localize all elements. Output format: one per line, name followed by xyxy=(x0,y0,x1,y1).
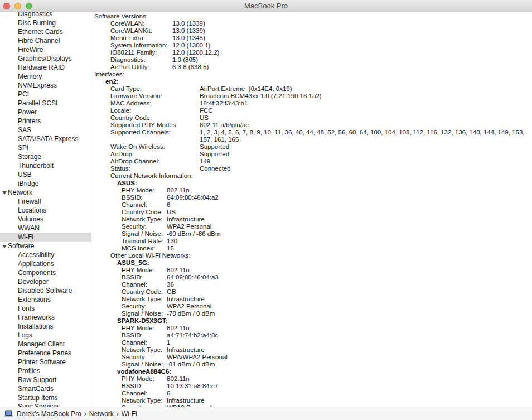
report-line: AirDrop Channel:149 xyxy=(92,158,532,165)
report-key: Security: xyxy=(122,223,147,230)
sidebar-item-label: Fibre Channel xyxy=(18,37,60,45)
sidebar-item-storage[interactable]: Storage xyxy=(0,152,91,161)
sidebar-item-spi[interactable]: SPI xyxy=(0,143,91,152)
report-line: BSSID:64:09:80:46:04:a2 xyxy=(92,194,532,201)
zoom-button[interactable] xyxy=(26,3,32,9)
sidebar-item-extensions[interactable]: Extensions xyxy=(0,295,91,304)
sidebar-item-fibre-channel[interactable]: Fibre Channel xyxy=(0,36,91,45)
sidebar-item-preference-panes[interactable]: Preference Panes xyxy=(0,349,91,358)
sidebar-item-usb[interactable]: USB xyxy=(0,170,91,179)
sidebar-item-ethernet-cards[interactable]: Ethernet Cards xyxy=(0,27,91,36)
report-key: Country Code: xyxy=(122,209,163,215)
sidebar-item-profiles[interactable]: Profiles xyxy=(0,366,91,375)
sidebar-item-firewall[interactable]: Firewall xyxy=(0,197,91,206)
disclosure-triangle-icon[interactable] xyxy=(2,245,7,248)
report-value: 64:09:80:46:04:a3 xyxy=(167,274,219,281)
disclosure-triangle-icon[interactable] xyxy=(2,191,7,195)
report-line: BSSID:10:13:31:a8:84:c7 xyxy=(92,383,532,390)
sidebar-item-frameworks[interactable]: Frameworks xyxy=(0,313,91,322)
sidebar-item-disc-burning[interactable]: Disc Burning xyxy=(0,18,91,27)
title-bar[interactable]: MacBook Pro xyxy=(0,0,532,12)
report-line: Supported Channels:1, 2, 3, 4, 5, 6, 7, … xyxy=(92,129,532,136)
report-value: Supported xyxy=(200,151,229,158)
sidebar-item-sync-services[interactable]: Sync Services xyxy=(0,402,91,407)
sidebar-item-components[interactable]: Components xyxy=(0,268,91,277)
status-bar: Derek’s MacBook Pro›Network›Wi-Fi xyxy=(0,407,532,420)
close-button[interactable] xyxy=(3,3,10,9)
sidebar-item-wi-fi[interactable]: Wi-Fi xyxy=(0,233,91,242)
sidebar-item-memory[interactable]: Memory xyxy=(0,72,91,81)
sidebar-item-label: Installations xyxy=(18,322,53,330)
report-key: Channel: xyxy=(122,390,147,397)
sidebar-item-fonts[interactable]: Fonts xyxy=(0,304,91,313)
report-key: Firmware Version: xyxy=(110,93,162,99)
sidebar-item-parallel-scsi[interactable]: Parallel SCSI xyxy=(0,99,91,108)
sidebar-item-graphics-displays[interactable]: Graphics/Displays xyxy=(0,54,91,63)
report-key: Signal / Noise: xyxy=(122,361,163,368)
report-line: Channel:36 xyxy=(92,281,532,288)
sidebar-item-applications[interactable]: Applications xyxy=(0,259,91,268)
sidebar-item-label: Frameworks xyxy=(18,313,55,321)
report-key: PHY Mode: xyxy=(122,325,154,331)
sidebar-item-pci[interactable]: PCI xyxy=(0,90,91,99)
sidebar-item-installations[interactable]: Installations xyxy=(0,322,91,331)
report-key: Signal / Noise: xyxy=(122,230,163,237)
sidebar-item-label: Graphics/Displays xyxy=(18,55,72,62)
sidebar-item-managed-client[interactable]: Managed Client xyxy=(0,340,91,349)
sidebar-item-label: Fonts xyxy=(18,305,35,312)
computer-icon xyxy=(4,410,13,418)
sidebar-item-label: Storage xyxy=(18,153,41,161)
sidebar-item-label: Hardware RAID xyxy=(18,64,65,71)
sidebar-item-sata-sata-express[interactable]: SATA/SATA Express xyxy=(0,134,91,143)
sidebar-item-developer[interactable]: Developer xyxy=(0,277,91,286)
report-line: en2: xyxy=(92,78,532,85)
sidebar-item-label: Parallel SCSI xyxy=(18,99,57,107)
sidebar-item-ibridge[interactable]: iBridge xyxy=(0,179,91,188)
report-key: Network Type: xyxy=(122,216,162,223)
sidebar-item-wwan[interactable]: WWAN xyxy=(0,224,91,233)
report-line: Card Type:AirPort Extreme (0x14E4, 0x19) xyxy=(92,85,532,93)
sidebar-item-firewire[interactable]: FireWire xyxy=(0,45,91,54)
sidebar-item-label: Developer xyxy=(18,278,49,286)
report-value: 802.11n xyxy=(167,325,190,332)
sidebar-item-smartcards[interactable]: SmartCards xyxy=(0,384,91,393)
sidebar-item-thunderbolt[interactable]: Thunderbolt xyxy=(0,161,91,170)
sidebar-item-accessibility[interactable]: Accessibility xyxy=(0,250,91,259)
sidebar-item-label: Network xyxy=(8,189,32,196)
report-value: Supported xyxy=(200,143,229,151)
sidebar-item-label: Preference Panes xyxy=(18,349,71,357)
sidebar-item-label: Accessibility xyxy=(18,251,54,259)
sidebar-item-label: Startup Items xyxy=(18,394,57,402)
sidebar-item-software[interactable]: Software xyxy=(0,242,91,250)
report-key: Signal / Noise: xyxy=(122,310,163,317)
sidebar-item-volumes[interactable]: Volumes xyxy=(0,215,91,224)
report-value: -60 dBm / -86 dBm xyxy=(167,230,221,238)
report-line: ASUS: xyxy=(92,180,532,187)
sidebar-item-label: Components xyxy=(18,269,56,277)
report-value: 802.11n xyxy=(167,267,190,274)
sidebar-item-nvmexpress[interactable]: NVMExpress xyxy=(0,81,91,90)
sidebar-item-hardware-raid[interactable]: Hardware RAID xyxy=(0,63,91,72)
report-value: GB xyxy=(167,288,176,296)
report-value: 10:13:31:a8:84:c7 xyxy=(167,383,218,390)
sidebar-item-label: Printer Software xyxy=(18,358,66,366)
report-line: MCS Index:15 xyxy=(92,245,532,252)
sidebar-item-label: PCI xyxy=(18,90,29,98)
sidebar-item-network[interactable]: Network xyxy=(0,188,91,197)
report-line: Firmware Version:Broadcom BCM43xx 1.0 (7… xyxy=(92,93,532,100)
minimize-button[interactable] xyxy=(14,3,21,9)
sidebar-item-sas[interactable]: SAS xyxy=(0,125,91,134)
sidebar-item-disabled-software[interactable]: Disabled Software xyxy=(0,286,91,295)
sidebar-item-raw-support[interactable]: Raw Support xyxy=(0,375,91,384)
sidebar-item-startup-items[interactable]: Startup Items xyxy=(0,393,91,402)
report-key-bold: ASUS_5G: xyxy=(117,259,149,266)
sidebar-item-printer-software[interactable]: Printer Software xyxy=(0,358,91,366)
sidebar-item-locations[interactable]: Locations xyxy=(0,206,91,215)
sidebar-item-power[interactable]: Power xyxy=(0,108,91,117)
sidebar-item-label: Memory xyxy=(18,73,42,80)
report-value: FCC xyxy=(200,107,213,114)
report-line: PHY Mode:802.11n xyxy=(92,325,532,332)
sidebar-item-label: Extensions xyxy=(18,296,51,303)
sidebar-item-logs[interactable]: Logs xyxy=(0,331,91,340)
sidebar-item-printers[interactable]: Printers xyxy=(0,117,91,125)
